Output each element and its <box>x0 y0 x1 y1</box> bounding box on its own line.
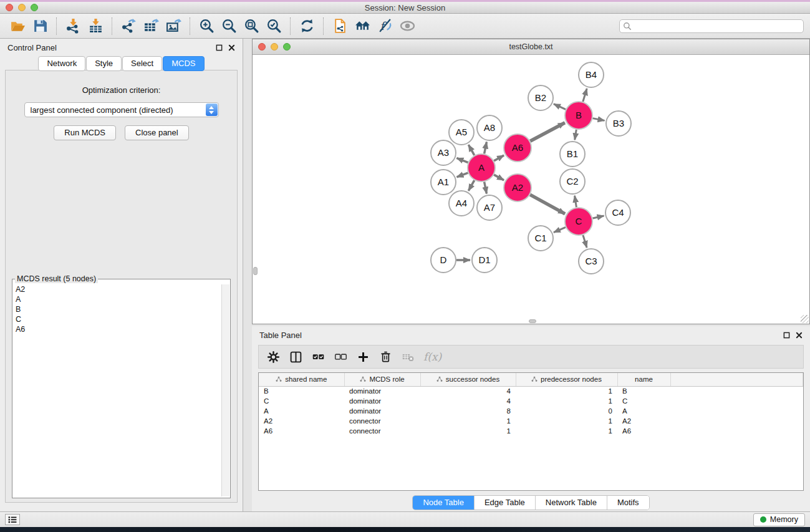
table-cell[interactable]: B <box>617 386 670 396</box>
mcds-result-item[interactable]: A6 <box>14 324 221 334</box>
node-A4[interactable]: A4 <box>449 191 474 216</box>
edge-A-A3[interactable] <box>456 158 468 162</box>
table-cell[interactable]: B <box>259 386 344 396</box>
close-panel-button[interactable]: Close panel <box>125 125 189 140</box>
node-A3[interactable]: A3 <box>431 140 456 165</box>
table-row[interactable]: Adominator80A <box>259 406 803 416</box>
add-column-button[interactable] <box>354 347 372 366</box>
edge-C-C2[interactable] <box>575 196 577 208</box>
result-scrollbar[interactable] <box>221 284 229 496</box>
gear-button[interactable] <box>264 347 282 366</box>
mcds-result-list[interactable]: A2ABCA6 <box>14 284 221 496</box>
node-C2[interactable]: C2 <box>560 169 585 194</box>
tab-style[interactable]: Style <box>86 56 122 71</box>
close-table-panel-icon[interactable] <box>796 332 803 339</box>
node-B1[interactable]: B1 <box>560 142 585 167</box>
tab-edge-table[interactable]: Edge Table <box>475 496 536 510</box>
node-C4[interactable]: C4 <box>605 200 630 225</box>
column-header-successor-nodes[interactable]: successor nodes <box>420 373 516 386</box>
table-row[interactable]: Bdominator41B <box>259 386 803 396</box>
edge-A-A7[interactable] <box>485 182 487 194</box>
edge-A-A1[interactable] <box>457 173 468 177</box>
save-session-button[interactable] <box>29 16 51 36</box>
table-cell[interactable]: 1 <box>516 426 617 436</box>
node-D[interactable]: D <box>431 248 456 273</box>
export-table-button[interactable] <box>140 16 162 36</box>
table-cell[interactable]: A <box>617 406 670 416</box>
table-cell[interactable]: C <box>617 396 670 406</box>
refresh-button[interactable] <box>296 16 318 36</box>
mcds-result-item[interactable]: C <box>14 314 221 324</box>
search-input[interactable] <box>619 19 804 33</box>
tab-network[interactable]: Network <box>38 56 85 71</box>
table-cell[interactable]: A2 <box>259 416 344 426</box>
float-table-panel-icon[interactable] <box>783 332 790 339</box>
node-B[interactable]: B <box>565 102 592 129</box>
table-row[interactable]: A2connector11A2 <box>259 416 803 426</box>
edge-A-A2[interactable] <box>494 175 504 180</box>
table-row[interactable]: Cdominator41C <box>259 396 803 406</box>
edge-C-C4[interactable] <box>593 216 604 218</box>
table-cell[interactable]: 8 <box>420 406 516 416</box>
table-cell[interactable]: A <box>259 406 344 416</box>
resize-grip[interactable] <box>801 315 809 323</box>
node-C[interactable]: C <box>565 208 592 235</box>
import-network-button[interactable] <box>62 16 84 36</box>
table-cell[interactable]: A6 <box>617 426 670 436</box>
delete-column-button[interactable] <box>376 347 395 366</box>
node-D1[interactable]: D1 <box>472 248 497 273</box>
table-cell[interactable]: C <box>259 396 344 406</box>
mcds-result-item[interactable]: B <box>14 304 221 314</box>
column-header-predecessor-nodes[interactable]: predecessor nodes <box>516 373 617 386</box>
horizontal-scrollbar-thumb[interactable] <box>529 319 536 323</box>
column-header-shared-name[interactable]: shared name <box>259 373 344 386</box>
tab-mcds[interactable]: MCDS <box>163 56 204 71</box>
network-graph[interactable]: B4B2BB3A5A8A6A3B1AA1C2A2A4A7C4CC1DD1C3 <box>253 55 809 324</box>
table-cell[interactable]: 4 <box>420 396 516 406</box>
node-C1[interactable]: C1 <box>528 226 553 251</box>
edge-A-A4[interactable] <box>468 180 474 191</box>
tab-motifs[interactable]: Motifs <box>607 496 649 510</box>
tab-network-table[interactable]: Network Table <box>536 496 607 510</box>
optimization-criterion-select[interactable]: largest connected component (directed) <box>24 102 219 117</box>
float-panel-icon[interactable] <box>216 44 223 51</box>
column-header-name[interactable]: name <box>617 373 670 386</box>
table-cell[interactable]: 1 <box>420 426 516 436</box>
task-history-button[interactable] <box>5 514 20 525</box>
edge-A-A6[interactable] <box>494 155 504 161</box>
node-A2[interactable]: A2 <box>504 174 531 201</box>
mcds-result-item[interactable]: A2 <box>14 284 221 294</box>
table-cell[interactable]: connector <box>344 416 420 426</box>
table-cell[interactable]: 1 <box>516 416 617 426</box>
node-C3[interactable]: C3 <box>579 249 604 274</box>
edge-B-B4[interactable] <box>583 89 587 102</box>
table-cell[interactable]: A6 <box>259 426 344 436</box>
run-mcds-button[interactable]: Run MCDS <box>54 125 116 140</box>
table-cell[interactable]: 1 <box>516 386 617 396</box>
table-cell[interactable]: 0 <box>516 406 617 416</box>
node-B2[interactable]: B2 <box>528 85 553 110</box>
edge-A6-B[interactable] <box>530 123 565 142</box>
delete-table-button[interactable] <box>398 347 417 366</box>
edge-C-C3[interactable] <box>583 235 587 248</box>
edge-B-B1[interactable] <box>575 130 577 140</box>
graphics-details-button[interactable]: f <box>374 16 396 36</box>
unselect-all-button[interactable] <box>331 347 350 366</box>
node-B3[interactable]: B3 <box>606 111 631 136</box>
mcds-result-item[interactable]: A <box>14 294 221 304</box>
edge-C-C1[interactable] <box>554 227 566 232</box>
zoom-out-button[interactable] <box>218 16 240 36</box>
node-A7[interactable]: A7 <box>477 195 502 220</box>
table-cell[interactable]: dominator <box>344 396 420 406</box>
edge-A2-C[interactable] <box>530 195 565 214</box>
open-file-button[interactable] <box>6 16 29 36</box>
eye-button[interactable] <box>396 16 418 36</box>
node-A1[interactable]: A1 <box>431 170 456 195</box>
close-panel-icon[interactable] <box>228 44 235 51</box>
function-builder-button[interactable]: f(x) <box>421 347 441 366</box>
table-cell[interactable]: 4 <box>420 386 516 396</box>
vertical-scrollbar-thumb[interactable] <box>253 267 258 275</box>
column-header-MCDS-role[interactable]: MCDS role <box>344 373 420 386</box>
export-image-button[interactable] <box>162 16 185 36</box>
table-row[interactable]: A6connector11A6 <box>259 426 803 436</box>
